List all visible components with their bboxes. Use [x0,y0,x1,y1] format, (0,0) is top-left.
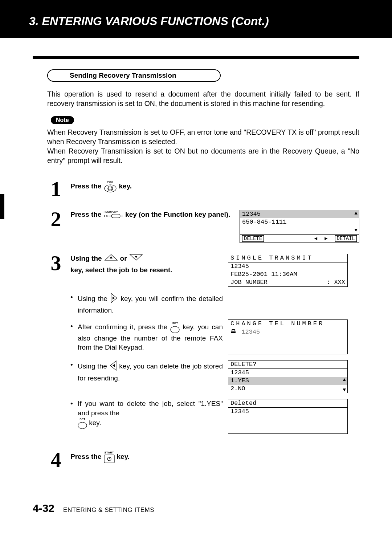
step-text: Press the [70,452,102,462]
right-arrow-icon: ▶ [324,235,327,241]
step-4: 4 Press the START key. [47,451,359,469]
bullet-text: Using the [78,295,107,302]
chapter-tab: 4 [0,194,4,219]
section-title: 3. ENTERING VARIOUS FUNCTIONS (Cont.) [29,15,363,28]
step-1: 1 Press the FAX key. [47,180,359,199]
step-3: 3 Using the or key, select the job to be… [47,254,359,440]
svg-marker-14 [113,364,115,367]
lcd-text: 650-845-1111 [242,219,286,225]
set-key-icon: SET [170,322,180,334]
lcd-text: : XXX [327,279,345,286]
page-number: 4-32 [33,502,54,514]
note-badge: Note [51,116,74,124]
step-number: 2 [47,210,65,229]
lcd-display-change-tel: CHANGE TEL NUMBER 12345 [228,319,348,354]
step-text: key (on the Function key panel). [125,210,230,219]
down-arrow-icon: ▼ [355,227,358,233]
lcd-text: 12345 [230,408,249,415]
lcd-text: DELETE? [230,361,256,368]
svg-rect-5 [111,214,120,218]
bullet: • [70,399,75,408]
lcd-text: 12345 [230,263,249,270]
up-arrow-icon: ▲ [355,210,358,216]
svg-point-12 [171,326,179,333]
svg-point-15 [78,422,87,429]
lcd-softkey-detail: DETAIL [335,235,357,242]
up-arrow-icon: ▲ [343,377,346,383]
lcd-display-detail: SINGLE TRANSMIT 12345 FEB25-2001 11:30AM… [228,254,348,287]
set-key-icon: SET [78,417,87,429]
step-text: Using the [70,254,102,263]
lcd-display-deleted: Deleted 12345 [228,399,348,434]
phone-icon [230,329,236,335]
lcd-text: FEB25-2001 11:30AM [230,271,297,278]
down-arrow-icon: ▼ [343,387,346,393]
step-text: Press the [70,210,102,219]
recovery-tx-key-icon: RECOVERY TX [104,210,123,219]
lcd-text: SINGLE TRANSMIT [230,254,313,261]
step-text: key. [119,182,132,191]
lcd-softkey-delete: DELETE [242,235,264,242]
fax-key-icon: FAX [104,180,117,192]
lcd-text: 1.YES [230,377,249,384]
bullet: • [70,360,75,370]
step-number: 3 [47,254,65,273]
bullet: • [70,322,75,331]
lcd-text: 2.NO [230,385,245,392]
divider [33,56,359,59]
footer-section-label: ENTERING & SETTING ITEMS [63,506,154,514]
svg-marker-11 [113,297,115,300]
page-footer: 4-32 ENTERING & SETTING ITEMS [0,502,392,540]
left-key-icon [109,360,117,374]
bullet-text: After confirming it, press the [78,323,167,331]
page-body: 4 Sending Recovery Transmission This ope… [0,38,392,502]
intro-paragraph: This operation is used to resend a docum… [47,90,359,108]
up-key-icon [104,254,118,264]
step-text: key. [117,452,130,462]
lcd-text: 12345 [230,369,249,376]
note-body: When Recovery Transmission is set to OFF… [47,128,359,165]
step-number: 1 [47,180,65,199]
svg-rect-2 [109,187,111,190]
bullet-text: Using the [78,362,107,370]
bullet-text: key. [89,419,101,427]
svg-marker-7 [110,256,113,258]
bullet-text: If you want to delete the job, select "1… [78,400,223,417]
svg-rect-3 [111,187,112,190]
step-text: or [120,254,127,263]
lcd-text: 12345 [241,329,260,335]
start-key-icon: START [104,451,115,463]
step-text: key, select the job to be resent. [70,265,172,275]
bullet: • [70,293,75,302]
lcd-display-delete-confirm: DELETE? 12345 1.YES ▲ 2.NO ▼ [228,360,348,393]
svg-marker-9 [135,256,138,258]
step-text: Press the [70,182,102,191]
right-key-icon [110,293,118,306]
left-arrow-icon: ◀ [314,235,317,241]
lcd-text: 12345 [242,211,261,217]
down-key-icon [129,254,143,264]
step-2: 2 Press the RECOVERY TX key (on the Func… [47,210,359,243]
lcd-display-queue: 12345 ▲ 650-845-1111 ▼ DELETE ◀ [240,210,359,243]
subsection-pill: Sending Recovery Transmission [47,69,221,82]
header-band: 3. ENTERING VARIOUS FUNCTIONS (Cont.) [0,0,392,38]
steps-list: 1 Press the FAX key. 2 Press the [47,180,359,469]
lcd-text: JOB NUMBER [230,279,268,286]
step-number: 4 [47,451,65,469]
lcd-text: Deleted [230,400,256,407]
lcd-text: CHANGE TEL NUMBER [230,320,324,327]
